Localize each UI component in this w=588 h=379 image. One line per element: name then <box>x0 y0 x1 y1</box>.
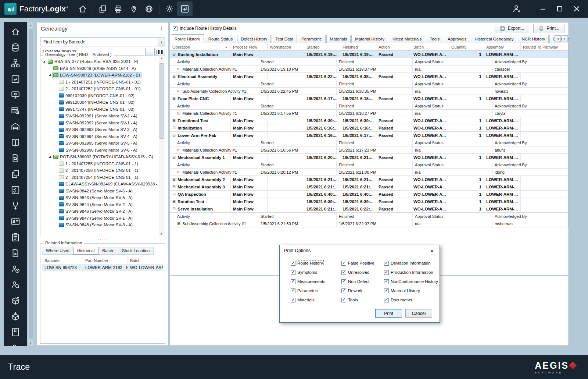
route-row[interactable]: ⊞Mechanical Assembly 3Main Flow1/5/2021 … <box>170 183 569 191</box>
monitor-gear-icon[interactable] <box>4 87 27 103</box>
column-header-action[interactable]: Action <box>376 43 411 50</box>
user-logoff-icon[interactable] <box>509 1 524 16</box>
tree-item[interactable]: SV-SN-9844 (Servo Motor SV-2 - A) <box>42 201 158 208</box>
print-option-documents[interactable]: ✓Documents <box>384 297 440 302</box>
tab-scroll-left-icon[interactable]: ◂ <box>555 35 561 42</box>
tree-item[interactable]: SV-SN-092993 (Servo Motor SV-3 - A) <box>42 126 158 133</box>
row-expander-icon[interactable]: ⊞ <box>172 126 176 130</box>
close-button[interactable] <box>568 1 585 17</box>
column-header-operation[interactable]: Operation▲ <box>170 43 231 50</box>
id-card-icon[interactable] <box>4 213 27 229</box>
column-header-assembly[interactable]: Assembly <box>484 43 521 50</box>
column-header-part-number[interactable]: Part Number <box>83 257 128 264</box>
trace-module-icon[interactable] <box>177 1 193 16</box>
tree-item[interactable]: 999173747 (INFORCE-CNS-01 - 02) <box>42 106 158 113</box>
tree-item[interactable]: SV-SN-092992 (Servo Motor SV-1 - A) <box>42 120 158 127</box>
warehouse-icon[interactable] <box>4 118 27 134</box>
package-add-icon[interactable] <box>4 293 27 308</box>
tree-item[interactable]: SV-SN-9842 (Servo Motor SV-6 - A) <box>42 188 158 195</box>
tree-item[interactable]: SV-SN-092996 (Servo Motor SV-6 - A) <box>42 147 158 154</box>
row-expander-icon[interactable]: ⊞ <box>177 89 180 93</box>
activity-row[interactable]: ⊞Materials Collection Activity #11/5/202… <box>170 169 569 176</box>
table-search-icon[interactable] <box>4 103 27 118</box>
tree-expander-icon[interactable] <box>42 60 46 64</box>
package-out-icon[interactable] <box>4 308 27 324</box>
row-expander-icon[interactable]: ⊞ <box>177 170 180 174</box>
dialog-close-icon[interactable]: × <box>429 248 435 254</box>
print-option-material-history[interactable]: ✓Material History <box>384 288 440 293</box>
row-expander-icon[interactable]: ⊞ <box>172 118 176 123</box>
home-icon[interactable] <box>75 1 90 16</box>
include-route-history-checkbox[interactable]: ✓ Include Route History Details <box>173 26 237 31</box>
activity-row[interactable]: ⊞Sub Assembly Collection Activity #11/5/… <box>170 88 569 95</box>
tree-scrollbar[interactable]: ▴ ▾ <box>159 56 164 237</box>
tree-item[interactable]: LOW-SN-998723 (LOWER-ARM-2182 - B) <box>42 72 158 79</box>
book-icon[interactable] <box>4 134 27 150</box>
print-option-deviation-information[interactable]: ✓Deviation Information <box>384 261 440 266</box>
print-option-rework[interactable]: ✓Rework <box>341 288 384 293</box>
pages-icon[interactable] <box>95 1 111 16</box>
row-expander-icon[interactable]: ⊞ <box>172 192 176 196</box>
dialog-cancel-button[interactable]: Cancel <box>405 309 432 318</box>
tree-scrollbar-thumb[interactable] <box>159 63 164 139</box>
print-option-parametric[interactable]: ✓Parametric <box>291 288 341 293</box>
route-row[interactable]: ⊞Mechanical Assembly 2Main Flow1/5/2021 … <box>170 176 569 183</box>
column-header-finished[interactable]: Finished <box>340 43 376 50</box>
activity-row[interactable]: ⊞Materials Collection Activity #11/5/202… <box>170 146 569 154</box>
column-header-quantity[interactable]: Quantity <box>449 43 484 50</box>
copy-pages-icon[interactable] <box>4 166 27 182</box>
print-option-materials[interactable]: ✓Materials <box>291 297 341 302</box>
tree-item[interactable]: CLAW-ASSY-SN-982469 (CLAW-ASSY-029938 - … <box>42 181 158 188</box>
print-option-measurements[interactable]: ✓Measurements <box>291 279 341 284</box>
tree-item[interactable]: 999102039 (INFORCE-CNS-01 - 02) <box>42 92 158 99</box>
tab-stock-location[interactable]: Stock Location <box>118 247 154 255</box>
export-button[interactable]: Export... <box>495 24 530 33</box>
column-header-process-flow[interactable]: Process Flow <box>231 43 268 50</box>
map-pin-icon[interactable] <box>126 1 141 16</box>
tab-route-history[interactable]: Route History <box>171 34 204 43</box>
user-edit-icon[interactable] <box>4 340 27 346</box>
tree-item[interactable]: SV-SN-9846 (Servo Motor SV-2 - A) <box>42 208 158 215</box>
tab-scroll-right-icon[interactable]: ▸ <box>562 35 568 42</box>
tree-item[interactable]: 2 - 201407256 (INFORCE-CNS-01 - 1) <box>42 167 158 174</box>
row-expander-icon[interactable]: ⊞ <box>177 67 180 71</box>
sidebar-scrollbar[interactable]: ▴ ▾ <box>28 22 33 346</box>
tree-item[interactable]: 1 - 201407251 (INFORCE-CNS-01 - 01) <box>42 79 158 86</box>
print-option-production-information[interactable]: ✓Production Information <box>384 270 440 275</box>
tree-item[interactable]: SV-SN-9847 (Servo Motor SV-1 - A) <box>42 215 158 222</box>
find-item-combo[interactable]: Find Item by Barcode ▾ <box>40 38 165 46</box>
route-row[interactable]: ⊞Rotation TestMain Flow1/5/2021 6:39:...… <box>170 198 569 205</box>
globe-icon[interactable] <box>141 1 157 16</box>
tab-historical[interactable]: Historical <box>73 247 98 255</box>
tree-item[interactable]: 2 - 201407252 (INFORCE-CNS-01 - 01) <box>42 85 158 92</box>
row-expander-icon[interactable]: ⊟ <box>172 155 176 159</box>
column-header-routed-to-pathway[interactable]: Routed To Pathway <box>521 43 569 50</box>
trace-box-icon[interactable] <box>4 71 27 87</box>
tab-batch[interactable]: Batch: <box>98 247 118 255</box>
activity-row[interactable]: ⊞Materials Collection Activity #11/5/202… <box>170 110 569 117</box>
clipboard-notes-icon[interactable] <box>4 229 27 245</box>
tab-material-history[interactable]: Material History <box>351 35 388 43</box>
scroll-down-icon[interactable]: ▾ <box>159 231 164 237</box>
activity-row[interactable]: ⊞Materials Collection Activity #11/5/202… <box>170 65 569 73</box>
tab-tools[interactable]: Tools <box>426 35 443 43</box>
column-header-started[interactable]: Started <box>304 43 340 50</box>
route-row[interactable]: ⊞InitializationMain Flow1/5/2021 6:16:..… <box>170 124 569 132</box>
row-expander-icon[interactable]: ⊟ <box>172 74 176 78</box>
print-option-false-positive[interactable]: ✓False Positive <box>341 261 384 266</box>
tab-approvals[interactable]: Approvals <box>444 35 470 43</box>
tab-defect-history[interactable]: Defect History <box>237 35 271 43</box>
sitemap-icon[interactable] <box>4 55 27 71</box>
route-row[interactable]: ⊞Functional TestMain Flow1/5/2021 6:39:.… <box>170 117 569 124</box>
minimize-button[interactable] <box>534 1 551 17</box>
route-row[interactable]: ⊟Lower Arm Pre-FabMain Flow1/5/2021 6:16… <box>170 132 569 139</box>
route-row[interactable]: ⊟Bushing InstallationMain Flow1/5/2021 6… <box>170 51 569 58</box>
dialog-print-button[interactable]: Print <box>375 309 402 318</box>
tab-materials[interactable]: Materials <box>326 35 351 43</box>
route-row[interactable]: ⊟Servo InstallationMain Flow1/5/2021 6:2… <box>170 205 569 213</box>
row-expander-icon[interactable]: ⊞ <box>177 222 180 226</box>
route-row[interactable]: ⊟Electrical AssemblyMain Flow1/5/2021 6:… <box>170 73 569 80</box>
check-tasks-icon[interactable] <box>4 182 27 198</box>
merge-icon[interactable] <box>4 198 27 213</box>
row-expander-icon[interactable]: ⊞ <box>172 199 176 203</box>
